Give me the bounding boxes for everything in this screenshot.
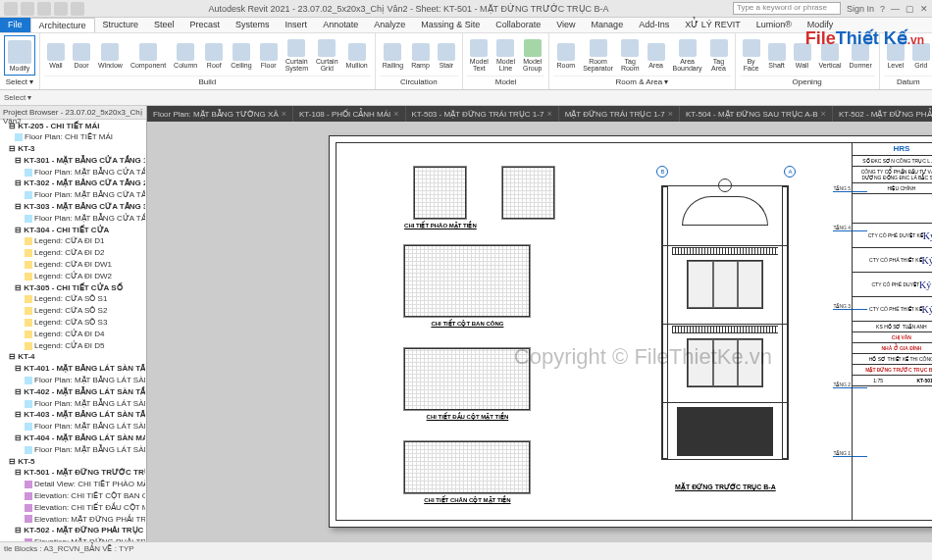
tree-item[interactable]: ⊟ KT-302 - MẶT BẰNG CỬA TẦNG 2 <box>1 178 145 190</box>
window-button[interactable]: Window <box>95 35 126 76</box>
tree-item[interactable]: Legend: CỬA ĐI D2 <box>1 248 145 260</box>
model-text-button[interactable]: Model Text <box>467 35 492 76</box>
expand-icon[interactable]: ⊟ <box>9 457 18 466</box>
tab-analyze[interactable]: Analyze <box>366 18 413 32</box>
search-input[interactable]: Type a keyword or phrase <box>733 2 841 15</box>
expand-icon[interactable]: ⊟ <box>9 352 18 361</box>
model-group-button[interactable]: Model Group <box>520 35 544 76</box>
tree-item[interactable]: ⊟ KT-401 - MẶT BẰNG LÁT SÀN TẦNG 1 <box>1 364 145 376</box>
expand-icon[interactable]: ⊟ <box>9 144 18 153</box>
tab-systems[interactable]: Systems <box>228 18 278 32</box>
modify-button[interactable]: Modify <box>4 35 35 76</box>
expand-icon[interactable]: ⊟ <box>15 202 24 211</box>
tree-item[interactable]: Floor Plan: MẶT BẰNG LÁT SÀN T... <box>1 376 145 387</box>
tab-xlrevit[interactable]: XỬ LÝ REVIT <box>677 18 749 32</box>
tree-item[interactable]: ⊟ KT-4 <box>1 352 145 364</box>
expand-icon[interactable]: ⊟ <box>15 178 24 187</box>
tree-item[interactable]: ⊟ KT-402 - MẶT BẰNG LÁT SÀN TẦNG 2 <box>1 386 145 398</box>
help-icon[interactable]: ? <box>880 4 885 14</box>
door-button[interactable]: Door <box>70 35 93 76</box>
expand-icon[interactable]: ⊟ <box>15 283 24 292</box>
qat-redo[interactable] <box>71 2 84 16</box>
room-button[interactable]: Room <box>553 35 578 76</box>
tree-item[interactable]: ⊟ KT-301 - MẶT BẰNG CỬA TẦNG 1 <box>1 155 145 167</box>
tab-collaborate[interactable]: Collaborate <box>488 18 548 32</box>
maximize-icon[interactable]: ▢ <box>906 4 914 14</box>
tab-annotate[interactable]: Annotate <box>315 18 366 32</box>
tree-item[interactable]: Detail View: CHI TIẾT PHÀO MẶT <box>1 480 145 491</box>
tree-item[interactable]: Legend: CỬA ĐI D1 <box>1 236 145 248</box>
tree-item[interactable]: ⊟ KT-501 - MẶT ĐỨNG TRƯỚC TRỤC B <box>1 468 145 480</box>
view-tab[interactable]: KT-108 - PHỐI CẢNH MÁI× <box>293 106 406 122</box>
tab-manage[interactable]: Manage <box>584 18 632 32</box>
railing-button[interactable]: Railing <box>380 35 406 76</box>
expand-icon[interactable]: ⊟ <box>9 122 18 130</box>
tree-item[interactable]: ⊟ KT-3 <box>1 144 145 156</box>
tab-insert[interactable]: Insert <box>278 18 316 32</box>
tree-item[interactable]: Floor Plan: MẶT BẰNG CỬA TẦNG 1 <box>1 167 145 178</box>
floor-button[interactable]: Floor <box>257 35 281 76</box>
tab-steel[interactable]: Steel <box>146 18 182 32</box>
view-tab[interactable]: KT-503 - MẶT ĐỨNG TRÁI TRỤC 1-7× <box>406 106 559 122</box>
ramp-button[interactable]: Ramp <box>408 35 433 76</box>
tab-precast[interactable]: Precast <box>182 18 229 32</box>
tree-item[interactable]: Elevation: MẶT ĐỨNG PHẢI TRỤC <box>1 537 145 541</box>
tree-item[interactable]: ⊟ KT-205 - CHI TIẾT MÁI <box>1 121 145 132</box>
tree-item[interactable]: Floor Plan: CHI TIẾT MÁI <box>1 132 145 144</box>
tag-room-button[interactable]: Tag Room <box>618 35 643 76</box>
tree-item[interactable]: Elevation: MẶT ĐỨNG PHẢI TRỤC <box>1 514 145 526</box>
expand-icon[interactable]: ⊟ <box>15 410 24 419</box>
qat-undo[interactable] <box>54 2 68 16</box>
tree-item[interactable]: ⊟ KT-5 <box>1 456 145 468</box>
area-boundary-button[interactable]: Area Boundary <box>670 35 705 76</box>
signin-link[interactable]: Sign In <box>847 4 874 14</box>
tree-item[interactable]: ⊟ KT-304 - CHI TIẾT CỬA <box>1 225 145 236</box>
expand-icon[interactable]: ⊟ <box>15 526 24 535</box>
expand-icon[interactable]: ⊟ <box>15 433 24 442</box>
close-tab-icon[interactable]: × <box>546 109 551 119</box>
tree-item[interactable]: ⊟ KT-502 - MẶT ĐỨNG PHẢI TRỤC 7-1 <box>1 526 145 537</box>
tag-area-button[interactable]: Tag Area <box>707 35 731 76</box>
tree-item[interactable]: Legend: CỬA ĐI DW1 <box>1 260 145 272</box>
tab-massingsite[interactable]: Massing & Site <box>413 18 488 32</box>
room-separator-button[interactable]: Room Separator <box>580 35 616 76</box>
expand-icon[interactable]: ⊟ <box>15 226 24 234</box>
tab-structure[interactable]: Structure <box>95 18 147 32</box>
view-tab[interactable]: Floor Plan: MẶT BẰNG TƯỜNG XÂ× <box>147 106 293 122</box>
expand-icon[interactable]: ⊟ <box>15 468 24 477</box>
tree-item[interactable]: ⊟ KT-403 - MẶT BẰNG LÁT SÀN TẦNG 3 <box>1 410 145 422</box>
tree-item[interactable]: ⊟ KT-404 - MẶT BẰNG LÁT SÀN MÁI <box>1 433 145 445</box>
shaft-button[interactable]: Shaft <box>765 35 789 76</box>
by-face-button[interactable]: By Face <box>740 35 763 76</box>
tree-item[interactable]: Floor Plan: MẶT BẰNG LÁT SÀN ... <box>1 444 145 456</box>
tab-addins[interactable]: Add-Ins <box>631 18 677 32</box>
stair-button[interactable]: Stair <box>435 35 458 76</box>
tree-item[interactable]: Floor Plan: MẶT BẰNG CỬA TẦNG <box>1 190 145 202</box>
close-tab-icon[interactable]: × <box>821 109 826 119</box>
close-tab-icon[interactable]: × <box>393 109 398 119</box>
tab-view[interactable]: View <box>548 18 583 32</box>
tab-lumion[interactable]: Lumion® <box>749 18 800 32</box>
mullion-button[interactable]: Mullion <box>343 35 371 76</box>
tree-item[interactable]: Legend: CỬA ĐI D4 <box>1 329 145 340</box>
view-tab[interactable]: KT-502 - MẶT ĐỨNG PHẢI TRỤC 7-1× <box>833 106 932 122</box>
tab-file[interactable]: File <box>0 18 30 32</box>
curtain-grid-button[interactable]: Curtain Grid <box>313 35 341 76</box>
curtain-system-button[interactable]: Curtain System <box>283 35 311 76</box>
tree-item[interactable]: Legend: CỬA ĐI D5 <box>1 340 145 352</box>
tree-item[interactable]: Legend: CỬA SỐ S1 <box>1 294 145 306</box>
view-tab[interactable]: KT-504 - MẶT ĐỨNG SAU TRỤC A-B× <box>680 106 833 122</box>
tree-item[interactable]: Elevation: CHI TIẾT CỘT BAN CON <box>1 491 145 503</box>
roof-button[interactable]: Roof <box>202 35 226 76</box>
wall-button[interactable]: Wall <box>44 35 68 76</box>
expand-icon[interactable]: ⊟ <box>15 387 24 396</box>
tree-item[interactable]: ⊟ KT-305 - CHI TIẾT CỬA SỐ <box>1 282 145 294</box>
minimize-icon[interactable]: — <box>891 4 900 14</box>
tree-item[interactable]: Floor Plan: MẶT BẰNG LÁT SÀN T... <box>1 422 145 433</box>
tree-item[interactable]: Floor Plan: MẶT BẰNG LÁT SÀN T... <box>1 398 145 410</box>
area-button[interactable]: Area <box>645 35 668 76</box>
expand-icon[interactable]: ⊟ <box>15 364 24 373</box>
qat-save[interactable] <box>37 2 51 16</box>
browser-tree[interactable]: ⊟ KT-205 - CHI TIẾT MÁIFloor Plan: CHI T… <box>0 120 146 541</box>
tree-item[interactable]: Floor Plan: MẶT BẰNG CỬA TẦNG <box>1 213 145 225</box>
